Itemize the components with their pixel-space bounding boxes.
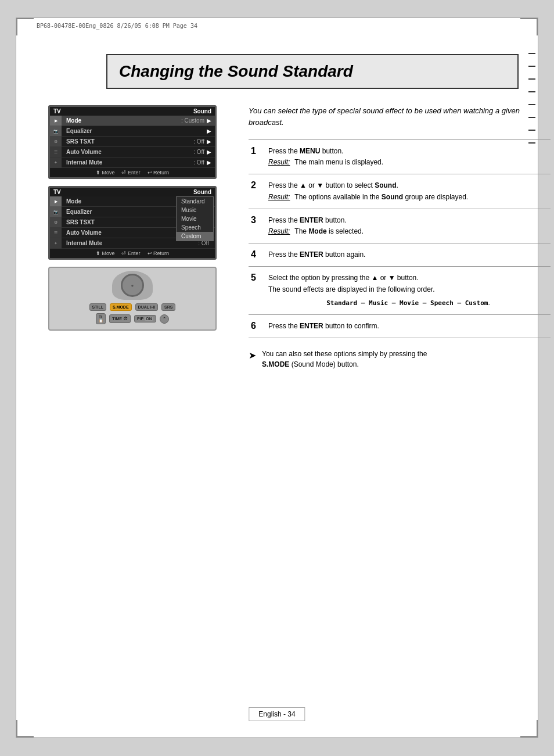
- sound-mode-dropdown: Standard Music Movie Speech Custom: [176, 196, 214, 241]
- tv-menu-body-1: ▶ 📷 ⚙ ☰ ✦ Mode : Custom ▶: [50, 116, 215, 168]
- equalizer-label: Equalizer: [66, 128, 204, 134]
- autovol-value: : Off: [193, 149, 204, 155]
- tv-menu-row-equalizer: Equalizer ▶: [62, 126, 215, 137]
- corner-trim-bl: [16, 720, 34, 737]
- remote-btn-up[interactable]: ⌃: [160, 314, 169, 324]
- tv-menu-rows-1: Mode : Custom ▶ Equalizer ▶ SRS TSXT: [62, 116, 215, 168]
- step5-order: Standard – Music – Movie – Speech – Cust…: [268, 298, 548, 309]
- tv-header-2: TV Sound: [50, 188, 215, 196]
- tv-move-2: ⬆ Move: [96, 250, 115, 256]
- tv-menu-row-srs: SRS TSXT : Off ▶: [62, 137, 215, 147]
- autovol-arrow: ▶: [207, 149, 211, 155]
- step2-sound-bold2: Sound: [382, 193, 403, 201]
- tv-menu-container-1: ▶ 📷 ⚙ ☰ ✦ Mode : Custom ▶: [50, 116, 215, 168]
- corner-trim-tl: [16, 18, 34, 35]
- srs-arrow: ▶: [207, 138, 211, 145]
- page-title: Changing the Sound Standard: [119, 62, 353, 81]
- remote-btn-ti[interactable]: TI📋: [96, 313, 106, 324]
- intro-text: You can select the type of special sound…: [249, 105, 551, 128]
- page: BP68-00478E-00Eng_0826 8/26/05 6:08 PM P…: [16, 17, 538, 738]
- step-content-3: Press the ENTER button. Result: The Mode…: [266, 209, 551, 243]
- dash-7: [528, 130, 535, 131]
- step2-sound-bold: Sound: [375, 181, 396, 189]
- dash-2: [528, 66, 535, 67]
- corner-trim-br: [520, 720, 538, 737]
- mode-value: : Custom: [181, 117, 204, 124]
- sound-label-1: Sound: [193, 108, 211, 114]
- dropdown-speech: Speech: [177, 223, 213, 232]
- tv-icons-2: ▶ 📷 ⚙ ☰ ✦: [50, 196, 62, 249]
- tv-icon-2a: ▶: [50, 196, 62, 207]
- dash-5: [528, 104, 535, 105]
- dropdown-standard: Standard: [177, 197, 213, 206]
- step-num-4: 4: [249, 243, 266, 267]
- tv-menu-row-mute: Internal Mute : Off ▶: [62, 157, 215, 168]
- left-panel: TV Sound ▶ 📷 ⚙ ☰ ✦: [48, 105, 234, 331]
- equalizer-arrow: ▶: [207, 128, 211, 134]
- step-row-5: 5 Select the option by pressing the ▲ or…: [249, 267, 551, 315]
- tv-menu-row-mode: Mode : Custom ▶: [62, 116, 215, 126]
- right-content: You can select the type of special sound…: [249, 105, 551, 370]
- step1-result: Result: The main menu is displayed.: [268, 157, 548, 168]
- dash-3: [528, 78, 535, 80]
- step-num-3: 3: [249, 209, 266, 243]
- tv-icon-1d: ☰: [50, 147, 62, 157]
- step-num-2: 2: [249, 174, 266, 209]
- step1-result-label: Result:: [268, 157, 290, 168]
- corner-trim-tr: [520, 18, 538, 35]
- sound-label-2: Sound: [193, 189, 211, 195]
- mute-value: : Off: [193, 159, 204, 166]
- dropdown-movie: Movie: [177, 214, 213, 223]
- remote-btn-srs[interactable]: SRS: [161, 303, 175, 311]
- step3-result: Result: The Mode is selected.: [268, 226, 548, 237]
- remote-row-2: TI📋 TIME⏱ PIP ON ⌃: [96, 313, 169, 324]
- tv-icons-1: ▶ 📷 ⚙ ☰ ✦: [50, 116, 62, 168]
- step-row-2: 2 Press the ▲ or ▼ button to select Soun…: [249, 174, 551, 209]
- remote-dpad: ●: [112, 271, 153, 300]
- step2-result: Result: The options available in the Sou…: [268, 192, 548, 203]
- tv-enter-1: ⏎ Enter: [121, 170, 140, 175]
- step-content-5: Select the option by pressing the ▲ or ▼…: [266, 267, 551, 315]
- remote-row-1: STILL S.MODE DUAL I-II SRS: [89, 303, 176, 311]
- right-margin-dashes: [528, 53, 538, 144]
- page-footer: English - 34: [249, 707, 305, 721]
- tv-label-1: TV: [53, 108, 61, 114]
- tv-return-2: ↩ Return: [148, 250, 170, 256]
- step2-result-label: Result:: [268, 192, 290, 203]
- step-content-4: Press the ENTER button again.: [266, 243, 551, 267]
- note-smode-bold: S.MODE: [262, 360, 289, 368]
- step-num-5: 5: [249, 267, 266, 315]
- file-info: BP68-00478E-00Eng_0826 8/26/05 6:08 PM P…: [37, 23, 197, 29]
- note-arrow-icon: ➤: [249, 350, 256, 361]
- remote-btn-still[interactable]: STILL: [89, 303, 106, 311]
- remote-btn-time[interactable]: TIME⏱: [109, 314, 131, 323]
- step-row-6: 6 Press the ENTER button to confirm.: [249, 314, 551, 338]
- tv-header-1: TV Sound: [50, 107, 215, 116]
- tv-return-1: ↩ Return: [148, 170, 170, 175]
- tv-enter-2: ⏎ Enter: [121, 250, 140, 256]
- step-row-4: 4 Press the ENTER button again.: [249, 243, 551, 267]
- dropdown-custom: Custom: [177, 232, 213, 241]
- remote-btn-dual[interactable]: DUAL I-II: [135, 303, 158, 311]
- steps-table: 1 Press the MENU button. Result: The mai…: [249, 139, 551, 338]
- dash-4: [528, 91, 535, 92]
- step5-order-text: Standard – Music – Movie – Speech – Cust…: [326, 299, 488, 307]
- mode-label: Mode: [66, 117, 181, 124]
- step-content-1: Press the MENU button. Result: The main …: [266, 140, 551, 174]
- srs-value: : Off: [193, 138, 204, 145]
- step6-enter-bold: ENTER: [300, 322, 323, 330]
- remote-circle: ●: [121, 274, 144, 297]
- step-num-1: 1: [249, 140, 266, 174]
- step-row-1: 1 Press the MENU button. Result: The mai…: [249, 140, 551, 174]
- step2-result-text: The options available in the Sound group…: [294, 192, 468, 203]
- tv-icon-2c: ⚙: [50, 217, 62, 228]
- mute-arrow: ▶: [207, 159, 211, 166]
- step4-enter-bold: ENTER: [300, 250, 323, 259]
- remote-btn-pip[interactable]: PIP ON: [134, 315, 156, 323]
- tv-menu-rows-2: Mode : Equalizer SRS TSXT : Auto Volume: [62, 196, 215, 249]
- step-row-3: 3 Press the ENTER button. Result: The Mo…: [249, 209, 551, 243]
- tv-icon-1b: 📷: [50, 126, 62, 137]
- dash-1: [528, 53, 535, 54]
- step3-mode-bold: Mode: [308, 227, 326, 235]
- remote-btn-smode[interactable]: S.MODE: [110, 303, 132, 311]
